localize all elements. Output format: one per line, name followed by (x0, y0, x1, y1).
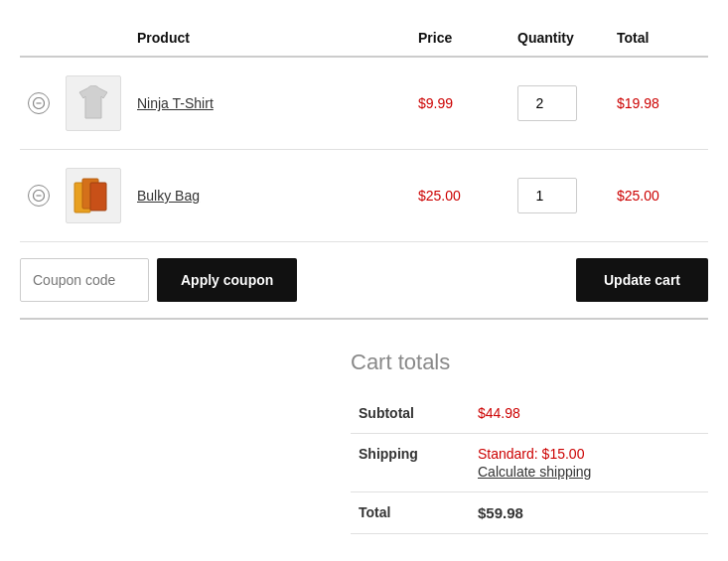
subtotal-value: $44.98 (470, 393, 708, 434)
product-name-bulky-bag[interactable]: Bulky Bag (137, 188, 200, 204)
shipping-value: Standard: $15.00 Calculate shipping (470, 434, 708, 492)
total-value: $59.98 (470, 492, 708, 534)
product-thumb-bulky-bag (66, 168, 121, 223)
coupon-left: Apply coupon (20, 258, 297, 302)
shipping-label: Shipping (351, 434, 470, 492)
product-thumb-ninja-tshirt (66, 75, 121, 131)
subtotal-label: Subtotal (351, 393, 470, 434)
cart-totals-title: Cart totals (351, 350, 708, 375)
product-total-bulky-bag: $25.00 (617, 188, 659, 204)
subtotal-row: Subtotal $44.98 (351, 393, 708, 434)
remove-item-bulky-bag[interactable] (28, 185, 50, 207)
totals-table: Subtotal $44.98 Shipping Standard: $15.0… (351, 393, 708, 534)
coupon-input[interactable] (20, 258, 149, 302)
total-label: Total (351, 492, 470, 534)
col-header-quantity: Quantity (510, 20, 609, 57)
col-header-price: Price (410, 20, 510, 57)
cart-table: Product Price Quantity Total (20, 20, 708, 242)
coupon-row: Apply coupon Update cart (20, 242, 708, 320)
product-qty-bulky-bag[interactable] (517, 178, 577, 213)
col-header-remove (20, 20, 58, 57)
cart-totals-section: Cart totals Subtotal $44.98 Shipping Sta… (20, 350, 708, 534)
product-price-ninja-tshirt: $9.99 (418, 95, 453, 111)
shipping-standard: Standard: $15.00 (478, 446, 700, 462)
svg-rect-6 (90, 183, 106, 210)
calculate-shipping-link[interactable]: Calculate shipping (478, 464, 700, 480)
apply-coupon-button[interactable]: Apply coupon (157, 258, 297, 302)
product-name-ninja-tshirt[interactable]: Ninja T-Shirt (137, 95, 214, 111)
col-header-total: Total (609, 20, 708, 57)
cart-row-bulky-bag: Bulky Bag $25.00 $25.00 (20, 150, 708, 242)
col-header-product: Product (129, 20, 410, 57)
total-row: Total $59.98 (351, 492, 708, 534)
product-total-ninja-tshirt: $19.98 (617, 95, 659, 111)
shipping-row: Shipping Standard: $15.00 Calculate ship… (351, 434, 708, 492)
cart-row-ninja-tshirt: Ninja T-Shirt $9.99 $19.98 (20, 57, 708, 150)
update-cart-button[interactable]: Update cart (576, 258, 708, 302)
col-header-thumb (58, 20, 129, 57)
remove-item-ninja-tshirt[interactable] (28, 92, 50, 114)
cart-totals-inner: Cart totals Subtotal $44.98 Shipping Sta… (351, 350, 708, 534)
product-price-bulky-bag: $25.00 (418, 188, 461, 204)
product-qty-ninja-tshirt[interactable] (517, 85, 577, 121)
